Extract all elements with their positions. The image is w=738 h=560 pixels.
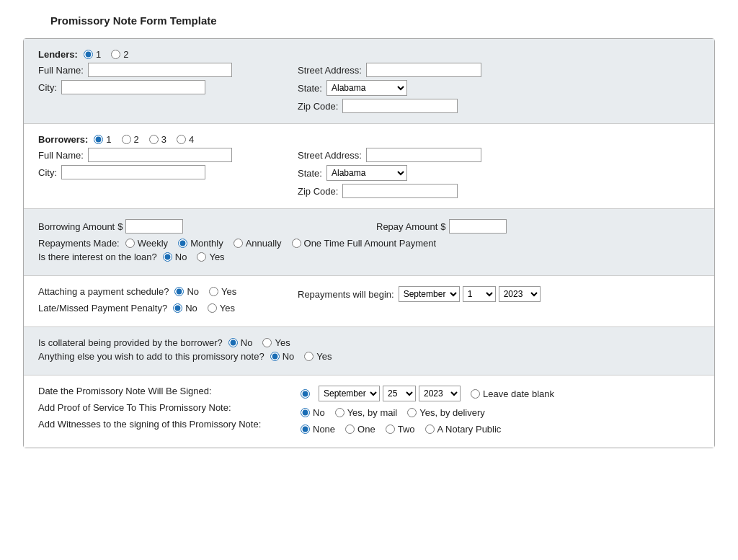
repay-amount-label: Repay Amount [376, 221, 437, 232]
signing-section: Date the Promissory Note Will Be Signed:… [24, 375, 714, 448]
proof-label: Add Proof of Service To This Promissory … [38, 402, 231, 413]
collateral-label: Is collateral being provided by the borr… [38, 337, 223, 348]
repay-begin-label: Repayments will begin: [298, 289, 394, 300]
borrowers-radio-4[interactable] [177, 135, 186, 144]
borrowers-option-2[interactable]: 2 [119, 134, 139, 145]
lenders-section: Lenders: 1 2 Full Name: City: [24, 39, 714, 124]
signing-year-select[interactable]: 2020202120222023 20242025 [419, 386, 461, 401]
payment-schedule-yes-radio[interactable] [209, 287, 218, 296]
signing-date-radio[interactable] [301, 389, 310, 399]
borrowers-option-1[interactable]: 1 [91, 134, 111, 145]
repay-begin-month-select[interactable]: September JanuaryFebruaryMarchApril MayJ… [399, 286, 460, 302]
borrowers-state-select[interactable]: AlabamaAlaskaArizonaArkansas CaliforniaC… [326, 165, 407, 181]
lenders-option-2[interactable]: 2 [108, 49, 128, 60]
witness-two-radio[interactable] [386, 425, 395, 434]
signing-date-label: Date the Promissory Note Will Be Signed: [38, 386, 212, 396]
late-penalty-no-radio[interactable] [173, 303, 182, 313]
borrowers-street-input[interactable] [366, 148, 481, 162]
signing-month-select[interactable]: September JanuaryFebruaryMarchApril MayJ… [319, 386, 380, 401]
proof-delivery-option[interactable]: Yes, by delivery [404, 407, 485, 418]
borrowers-radio-1[interactable] [94, 135, 103, 144]
proof-mail-radio[interactable] [335, 408, 344, 417]
borrowers-zip-input[interactable] [342, 184, 458, 198]
lenders-radio-2[interactable] [111, 50, 120, 59]
add-more-yes[interactable]: Yes [301, 351, 332, 362]
interest-no-option[interactable]: No [160, 252, 187, 262]
borrowers-fullname-label: Full Name: [38, 150, 84, 161]
witness-two-option[interactable]: Two [383, 424, 415, 435]
repay-monthly-option[interactable]: Monthly [175, 238, 223, 249]
interest-no-radio[interactable] [163, 252, 172, 262]
witness-one-radio[interactable] [345, 425, 355, 434]
late-penalty-no[interactable]: No [170, 303, 197, 314]
signing-date-radio-option[interactable] [298, 389, 311, 399]
collateral-section: Is collateral being provided by the borr… [24, 327, 714, 375]
proof-no-radio[interactable] [301, 408, 310, 417]
lenders-option-1[interactable]: 1 [81, 49, 101, 60]
repay-amount-input[interactable] [449, 219, 507, 234]
interest-yes-radio[interactable] [197, 252, 206, 262]
add-more-no-radio[interactable] [270, 352, 280, 361]
add-more-label: Anything else you wish to add to this pr… [38, 351, 264, 362]
proof-delivery-radio[interactable] [407, 408, 417, 417]
borrowers-radio-3[interactable] [149, 135, 159, 144]
witness-one-option[interactable]: One [342, 424, 375, 435]
leave-blank-option[interactable]: Leave date blank [468, 388, 554, 399]
payment-schedule-no[interactable]: No [172, 286, 199, 297]
proof-mail-option[interactable]: Yes, by mail [332, 407, 398, 418]
late-penalty-label: Late/Missed Payment Penalty? [38, 303, 167, 314]
witness-notary-radio[interactable] [425, 425, 435, 434]
repay-weekly-radio[interactable] [125, 239, 135, 248]
collateral-no-radio[interactable] [228, 338, 238, 347]
interest-label: Is there interest on the loan? [38, 252, 157, 262]
payment-schedule-yes[interactable]: Yes [206, 286, 236, 297]
lenders-state-label: State: [298, 83, 322, 94]
lenders-radio-1[interactable] [84, 50, 93, 59]
repay-begin-day-select[interactable]: 12345 678910 1112131415 1617181920 21222… [463, 286, 496, 302]
borrowers-fullname-input[interactable] [88, 148, 232, 162]
dollar-sign-borrowing: $ [117, 221, 123, 232]
repay-monthly-radio[interactable] [178, 239, 187, 248]
interest-yes-option[interactable]: Yes [194, 252, 224, 262]
lenders-zip-input[interactable] [342, 99, 458, 113]
lenders-state-select[interactable]: AlabamaAlaskaArizonaArkansas CaliforniaC… [326, 80, 407, 96]
add-more-no[interactable]: No [267, 351, 295, 362]
witness-none-radio[interactable] [301, 425, 310, 434]
borrowers-city-label: City: [38, 167, 57, 178]
lenders-street-input[interactable] [366, 63, 481, 77]
borrowers-option-3[interactable]: 3 [146, 134, 166, 145]
repay-annually-option[interactable]: Annually [231, 238, 282, 249]
signing-day-select[interactable]: 12345 678910 1112131415 1617181920 21222… [383, 386, 416, 401]
lenders-label: Lenders: [38, 49, 78, 60]
payment-schedule-no-radio[interactable] [174, 287, 184, 296]
borrowing-amount-label: Borrowing Amount [38, 221, 115, 232]
collateral-no[interactable]: No [226, 337, 253, 348]
leave-blank-radio[interactable] [471, 389, 480, 399]
repay-onetime-radio[interactable] [292, 239, 301, 248]
collateral-yes-radio[interactable] [262, 338, 272, 347]
add-more-yes-radio[interactable] [304, 352, 314, 361]
lenders-city-input[interactable] [61, 80, 205, 94]
borrowers-city-input[interactable] [61, 165, 205, 179]
late-penalty-yes-radio[interactable] [208, 303, 217, 313]
lenders-fullname-input[interactable] [88, 63, 232, 77]
witness-notary-option[interactable]: A Notary Public [422, 424, 502, 435]
proof-no-option[interactable]: No [298, 407, 325, 418]
repay-annually-radio[interactable] [234, 239, 243, 248]
borrowing-amount-input[interactable] [125, 219, 183, 234]
signing-date-group: September JanuaryFebruaryMarchApril MayJ… [319, 386, 461, 401]
payment-section: Attaching a payment schedule? No Yes Lat… [24, 276, 714, 327]
witness-none-option[interactable]: None [298, 424, 335, 435]
witness-label: Add Witnesses to the signing of this Pro… [38, 419, 261, 430]
borrowers-zip-label: Zip Code: [298, 186, 338, 197]
repay-onetime-option[interactable]: One Time Full Amount Payment [289, 238, 437, 249]
repay-weekly-option[interactable]: Weekly [123, 238, 168, 249]
lenders-fullname-label: Full Name: [38, 65, 84, 76]
late-penalty-yes[interactable]: Yes [205, 303, 235, 314]
borrowers-option-4[interactable]: 4 [174, 134, 194, 145]
borrowers-radio-2[interactable] [122, 135, 131, 144]
dollar-sign-repay: $ [440, 221, 445, 232]
borrowers-street-label: Street Address: [298, 150, 362, 161]
repay-begin-year-select[interactable]: 2020202120222023 20242025 [499, 286, 541, 302]
collateral-yes[interactable]: Yes [259, 337, 290, 348]
